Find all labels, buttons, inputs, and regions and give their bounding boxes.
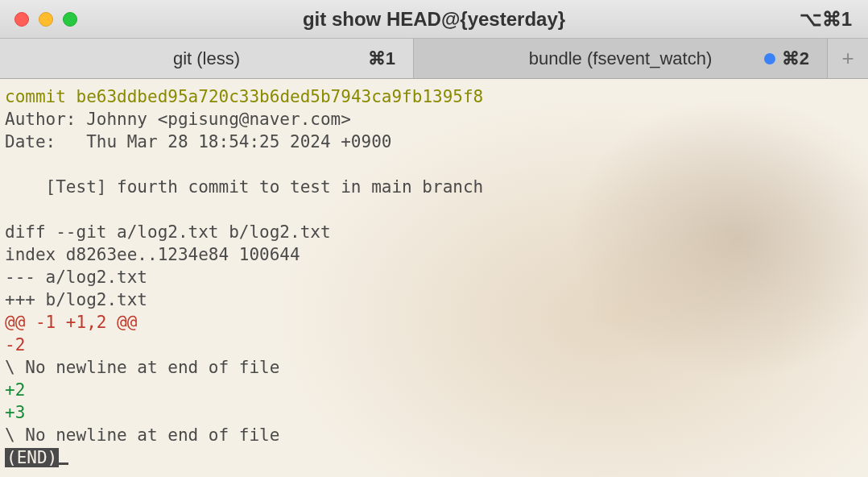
tab-shortcut: ⌘2 xyxy=(764,48,809,69)
tab-bundle-fsevent[interactable]: bundle (fsevent_watch) ⌘2 xyxy=(414,39,828,78)
window-shortcut: ⌥⌘1 xyxy=(800,8,852,31)
diff-add-line: +3 xyxy=(5,403,25,422)
tab-label: bundle (fsevent_watch) xyxy=(529,48,712,69)
diff-del-line: -2 xyxy=(5,335,25,355)
status-dot-icon xyxy=(764,53,775,64)
author-line: Author: Johnny <pgisung@naver.com> xyxy=(5,110,351,129)
diff-plus-file: +++ b/log2.txt xyxy=(5,290,147,309)
diff-minus-file: --- a/log2.txt xyxy=(5,268,147,287)
close-button[interactable] xyxy=(14,12,29,27)
new-tab-button[interactable]: + xyxy=(828,39,868,78)
tab-git-less[interactable]: git (less) ⌘1 xyxy=(0,39,414,78)
cursor xyxy=(59,462,68,465)
tabbar: git (less) ⌘1 bundle (fsevent_watch) ⌘2 … xyxy=(0,39,868,79)
diff-add-line: +2 xyxy=(5,380,25,400)
tab-label: git (less) xyxy=(173,48,240,69)
diff-no-newline: \ No newline at end of file xyxy=(5,358,279,377)
commit-hash: be63ddbed95a720c33b6ded5b7943ca9fb1395f8 xyxy=(76,87,484,106)
window-title: git show HEAD@{yesterday} xyxy=(0,8,868,31)
titlebar: git show HEAD@{yesterday} ⌥⌘1 xyxy=(0,0,868,39)
tab-shortcut: ⌘1 xyxy=(368,48,395,69)
diff-hunk: @@ -1 +1,2 @@ xyxy=(5,313,137,332)
diff-header: diff --git a/log2.txt b/log2.txt xyxy=(5,222,331,242)
index-line: index d8263ee..1234e84 100644 xyxy=(5,245,300,264)
pager-end-marker: (END) xyxy=(5,448,59,467)
terminal-pane[interactable]: commit be63ddbed95a720c33b6ded5b7943ca9f… xyxy=(0,79,868,477)
commit-message: [Test] fourth commit to test in main bra… xyxy=(5,177,483,197)
maximize-button[interactable] xyxy=(63,12,77,27)
terminal-content: commit be63ddbed95a720c33b6ded5b7943ca9f… xyxy=(0,79,868,475)
diff-no-newline: \ No newline at end of file xyxy=(5,425,279,445)
traffic-lights xyxy=(14,12,77,27)
commit-label: commit xyxy=(5,87,66,106)
date-line: Date: Thu Mar 28 18:54:25 2024 +0900 xyxy=(5,132,391,151)
minimize-button[interactable] xyxy=(39,12,53,27)
